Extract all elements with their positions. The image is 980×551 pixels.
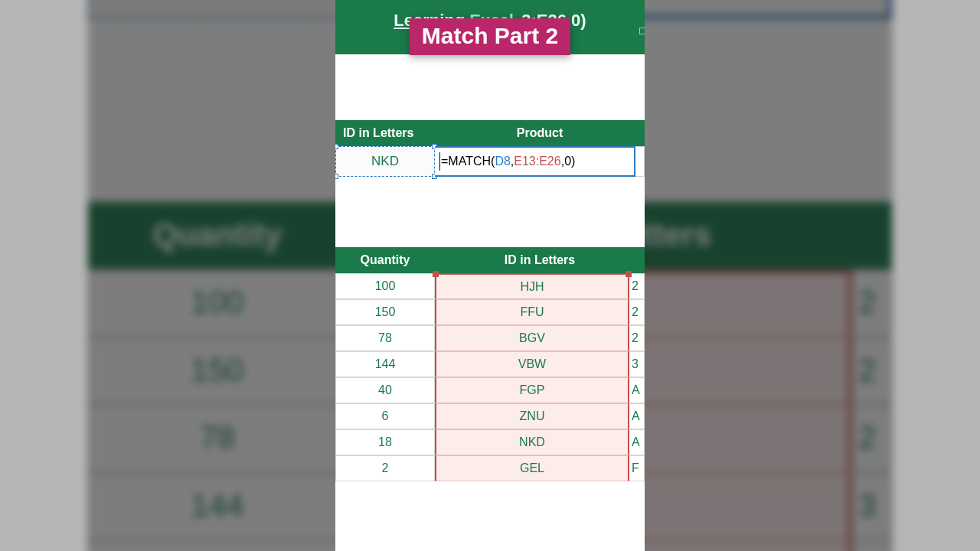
data-table-header: Quantity ID in Letters	[335, 247, 645, 273]
formula-arg2: E13:E26	[514, 155, 560, 168]
formula-editing-cell[interactable]: =MATCH(D8,E13:E26,0)	[435, 146, 635, 177]
table-row: 144VBW3	[335, 351, 645, 377]
lookup-header-row: ID in Letters Product	[335, 120, 645, 146]
selection-corner-icon	[335, 144, 338, 149]
spacer	[335, 177, 645, 247]
table-row: 6ZNUA	[335, 403, 645, 429]
cell-partial-right[interactable]: 2	[629, 273, 645, 299]
cell-partial-right[interactable]: A	[629, 377, 645, 403]
cell-quantity[interactable]: 100	[335, 273, 435, 299]
cell-partial-right[interactable]: F	[629, 455, 645, 481]
cell-quantity[interactable]: 2	[335, 455, 435, 481]
table-row: 150FFU2	[335, 299, 645, 325]
table-row: 18NKDA	[335, 429, 645, 455]
lookup-input-row: NKD =MATCH(D8,E13:E26,0)	[335, 146, 645, 177]
cell-quantity[interactable]: 6	[335, 403, 435, 429]
table-row: 40FGPA	[335, 377, 645, 403]
range-handle-icon	[433, 271, 439, 277]
cell-id-letters[interactable]: VBW	[435, 351, 629, 377]
data-table-body: 100HJH2150FFU278BGV2144VBW340FGPA6ZNUA18…	[335, 273, 645, 481]
cell-partial-right[interactable]: 2	[629, 325, 645, 351]
cell-partial-right[interactable]: 2	[629, 299, 645, 325]
cell-id-letters[interactable]: FGP	[435, 377, 629, 403]
cell-id-letters[interactable]: HJH	[435, 273, 629, 299]
table-row: 78BGV2	[335, 325, 645, 351]
selection-corner-icon	[335, 174, 338, 179]
cell-partial-right[interactable]: A	[629, 429, 645, 455]
formula-arg1: D8	[495, 155, 510, 168]
formula-equals: =	[441, 155, 448, 168]
formula-arg3: 0	[564, 155, 571, 168]
text-cursor-icon	[439, 152, 440, 171]
lookup-header-id: ID in Letters	[335, 120, 435, 146]
excel-crop-panel: Learning Excel 3:E26,0) XCEL, peo ID in …	[335, 0, 645, 551]
lookup-id-value: NKD	[371, 154, 399, 169]
cell-quantity[interactable]: 78	[335, 325, 435, 351]
selection-handle-icon	[639, 28, 645, 34]
lookup-id-cell[interactable]: NKD	[335, 146, 435, 177]
lookup-header-product: Product	[435, 120, 645, 146]
video-title-overlay: Match Part 2	[410, 18, 570, 55]
cell-id-letters[interactable]: FFU	[435, 299, 629, 325]
cell-quantity[interactable]: 40	[335, 377, 435, 403]
cell-partial-right[interactable]: 3	[629, 351, 645, 377]
spacer	[335, 54, 645, 120]
table-row: 2GELF	[335, 455, 645, 481]
range-handle-icon	[626, 271, 632, 277]
cell-id-letters[interactable]: ZNU	[435, 403, 629, 429]
cell-id-letters[interactable]: GEL	[435, 455, 629, 481]
cell-id-letters[interactable]: BGV	[435, 325, 629, 351]
cell-partial-right[interactable]: A	[629, 403, 645, 429]
formula-function-name: MATCH(	[448, 155, 495, 168]
table-row: 100HJH2	[335, 273, 645, 299]
data-header-quantity: Quantity	[335, 247, 435, 273]
cell-quantity[interactable]: 18	[335, 429, 435, 455]
cell-quantity[interactable]: 150	[335, 299, 435, 325]
data-header-id: ID in Letters	[435, 247, 645, 273]
cell-quantity[interactable]: 144	[335, 351, 435, 377]
partial-adjacent-cell[interactable]	[635, 146, 645, 177]
cell-id-letters[interactable]: NKD	[435, 429, 629, 455]
